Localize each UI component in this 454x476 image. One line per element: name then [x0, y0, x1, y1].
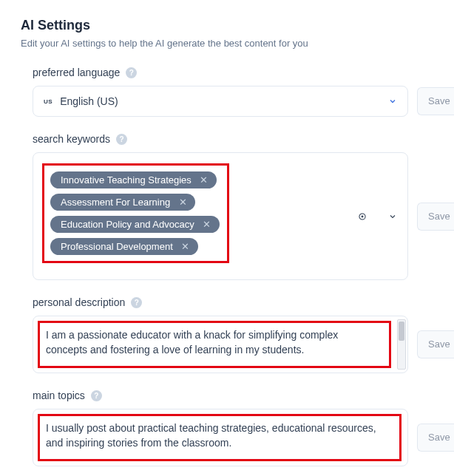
- chevron-down-icon[interactable]: [388, 212, 397, 221]
- highlight-annotation: I usually post about practical teaching …: [38, 414, 402, 461]
- personal-description-input[interactable]: I am a passionate educator with a knack …: [33, 316, 408, 373]
- main-topics-text: I usually post about practical teaching …: [46, 421, 392, 451]
- chevron-down-icon: [388, 97, 397, 106]
- page-subtitle: Edit your AI settings to help the AI gen…: [21, 38, 454, 49]
- chip-label: Education Policy and Advocacy: [61, 219, 194, 230]
- help-icon[interactable]: ?: [116, 134, 127, 145]
- highlight-annotation: Innovative Teaching Strategies✕ Assessme…: [42, 163, 229, 263]
- personal-label: personal description: [33, 296, 125, 308]
- target-icon[interactable]: [357, 211, 367, 222]
- keyword-chip[interactable]: Education Policy and Advocacy✕: [50, 216, 220, 233]
- chip-label: Innovative Teaching Strategies: [61, 174, 192, 186]
- remove-chip-icon[interactable]: ✕: [202, 220, 212, 230]
- svg-point-1: [362, 216, 363, 217]
- language-select[interactable]: US English (US): [33, 86, 408, 117]
- keyword-chip[interactable]: Assessment For Learning✕: [50, 194, 195, 211]
- keywords-label: search keywords: [33, 133, 110, 145]
- keyword-chip[interactable]: Professional Development✕: [50, 238, 198, 255]
- main-topics-input[interactable]: I usually post about practical teaching …: [33, 409, 408, 466]
- section-main-topics: main topics ? I usually post about pract…: [21, 390, 454, 466]
- keywords-controls: [357, 211, 397, 222]
- keywords-input[interactable]: Innovative Teaching Strategies✕ Assessme…: [33, 152, 408, 280]
- chip-label: Professional Development: [61, 241, 173, 252]
- flag-icon: US: [44, 98, 52, 105]
- ai-settings-panel: AI Settings Edit your AI settings to hel…: [0, 0, 454, 466]
- scrollbar-thumb[interactable]: [399, 322, 404, 341]
- section-keywords: search keywords ? Innovative Teaching St…: [21, 133, 454, 280]
- page-title: AI Settings: [21, 18, 454, 33]
- highlight-annotation: I am a passionate educator with a knack …: [38, 321, 391, 368]
- topics-label: main topics: [33, 390, 85, 401]
- remove-chip-icon[interactable]: ✕: [180, 242, 191, 252]
- section-personal-description: personal description ? I am a passionate…: [21, 296, 454, 373]
- remove-chip-icon[interactable]: ✕: [177, 197, 188, 208]
- chip-label: Assessment For Learning: [61, 197, 170, 208]
- keyword-chip[interactable]: Innovative Teaching Strategies✕: [50, 171, 217, 188]
- help-icon[interactable]: ?: [131, 297, 142, 308]
- language-value: English (US): [60, 95, 118, 107]
- section-language: preferred language ? US English (US) Sav…: [21, 67, 454, 117]
- save-button[interactable]: Save: [417, 203, 454, 231]
- save-button[interactable]: Save: [417, 330, 454, 358]
- save-button[interactable]: Save: [417, 87, 454, 115]
- personal-description-text: I am a passionate educator with a knack …: [46, 327, 382, 358]
- help-icon[interactable]: ?: [126, 67, 137, 78]
- save-button[interactable]: Save: [417, 424, 454, 452]
- field-label-row: preferred language ?: [33, 67, 454, 78]
- language-label: preferred language: [33, 67, 120, 78]
- help-icon[interactable]: ?: [91, 390, 102, 401]
- scrollbar[interactable]: [397, 319, 406, 370]
- remove-chip-icon[interactable]: ✕: [199, 175, 209, 186]
